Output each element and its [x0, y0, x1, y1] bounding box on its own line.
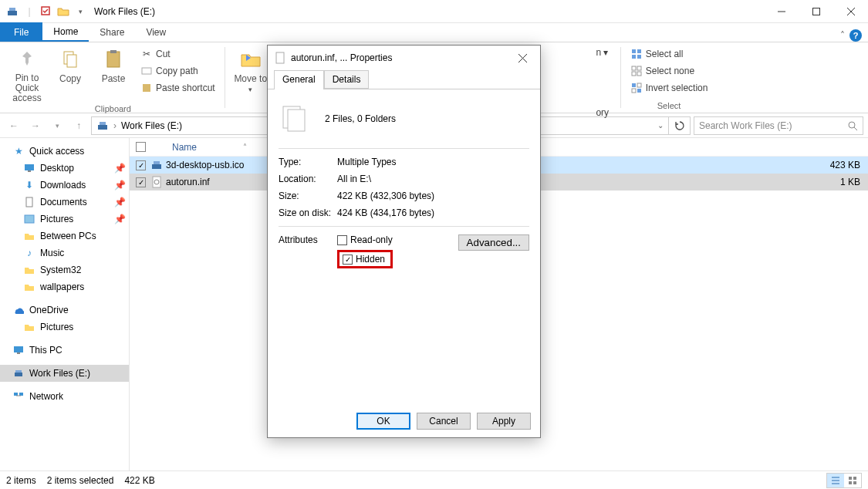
qat-folder-icon[interactable]: [56, 4, 71, 19]
invert-selection-button[interactable]: Invert selection: [627, 79, 711, 96]
svg-rect-50: [853, 481, 856, 484]
dialog-tabs: General Details: [268, 70, 540, 89]
svg-rect-31: [26, 197, 32, 207]
svg-rect-11: [142, 68, 151, 74]
nav-downloads[interactable]: ⬇Downloads📌: [0, 177, 129, 194]
advanced-button[interactable]: Advanced...: [458, 234, 529, 251]
cut-button[interactable]: ✂Cut: [137, 46, 218, 62]
address-dropdown-icon[interactable]: ⌄: [657, 121, 664, 130]
select-none-button[interactable]: Select none: [627, 62, 711, 79]
svg-rect-55: [288, 110, 305, 131]
search-input[interactable]: Search Work Files (E:): [694, 116, 863, 135]
qat-properties-icon[interactable]: [39, 4, 54, 19]
select-none-icon: [630, 65, 643, 77]
tab-file[interactable]: File: [0, 22, 42, 42]
dialog-tab-general[interactable]: General: [274, 70, 324, 89]
nav-pictures[interactable]: Pictures📌: [0, 211, 129, 228]
status-selected-count: 2 items selected: [47, 475, 114, 486]
select-all-icon: [630, 48, 643, 60]
hidden-checkbox[interactable]: ✓Hidden: [343, 254, 385, 265]
open-dropdown[interactable]: n ▾: [593, 44, 611, 61]
nav-back-button[interactable]: ←: [5, 116, 23, 135]
network-icon: [12, 390, 25, 403]
maximize-button[interactable]: [799, 0, 833, 22]
pin-to-quick-access-button[interactable]: Pin to Quick access: [8, 44, 46, 104]
select-all-checkbox[interactable]: [136, 142, 146, 152]
nav-onedrive[interactable]: OneDrive: [0, 302, 129, 319]
nav-onedrive-pictures[interactable]: Pictures: [0, 319, 129, 336]
nav-documents[interactable]: Documents📌: [0, 194, 129, 211]
history-button[interactable]: ory: [593, 104, 612, 121]
nav-work-files[interactable]: Work Files (E:): [0, 365, 129, 382]
svg-rect-29: [25, 164, 34, 170]
downloads-icon: ⬇: [23, 179, 35, 191]
view-details-button[interactable]: [827, 474, 844, 487]
attributes-label: Attributes: [279, 234, 337, 245]
ok-button[interactable]: OK: [356, 413, 410, 430]
view-thumbnails-button[interactable]: [844, 474, 861, 487]
file-name: 3d-desktop-usb.ico: [166, 160, 244, 170]
breadcrumb-chevron-icon[interactable]: ›: [113, 120, 117, 131]
nav-forward-button[interactable]: →: [26, 116, 45, 135]
svg-rect-1: [9, 8, 15, 11]
tab-view[interactable]: View: [135, 22, 177, 42]
svg-rect-38: [19, 393, 23, 396]
apply-button[interactable]: Apply: [477, 413, 531, 430]
svg-rect-26: [100, 122, 106, 125]
nav-between-pcs[interactable]: Between PCs: [0, 228, 129, 244]
hidden-highlight: ✓Hidden: [337, 250, 393, 268]
close-button[interactable]: [833, 0, 868, 22]
row-checkbox[interactable]: ✓: [136, 160, 146, 170]
nav-up-button[interactable]: ↑: [69, 116, 88, 135]
tab-home[interactable]: Home: [42, 22, 89, 42]
paste-shortcut-button[interactable]: Paste shortcut: [137, 79, 218, 96]
app-icon: [5, 4, 20, 19]
qat-dropdown-icon[interactable]: ▾: [73, 4, 88, 19]
dialog-title-bar[interactable]: autorun.inf, ... Properties: [268, 46, 540, 70]
files-folders-summary: 2 Files, 0 Folders: [325, 113, 396, 124]
nav-wallpapers[interactable]: wallpapers: [0, 278, 129, 295]
move-to-button[interactable]: Move to▾: [231, 44, 270, 93]
size-on-disk-label: Size on disk:: [279, 207, 337, 218]
navigation-pane[interactable]: ★Quick access Desktop📌 ⬇Downloads📌 Docum…: [0, 138, 130, 484]
ribbon-collapse-icon[interactable]: ˄: [840, 30, 845, 41]
svg-rect-25: [98, 125, 107, 130]
this-pc-icon: [12, 344, 25, 356]
move-to-icon: [238, 47, 263, 72]
svg-rect-49: [849, 481, 852, 484]
minimize-button[interactable]: [764, 0, 799, 22]
drive-icon: [96, 120, 109, 132]
cancel-button[interactable]: Cancel: [417, 413, 471, 430]
type-value: Multiple Types: [337, 157, 396, 167]
documents-icon: [23, 196, 35, 208]
qat-separator: |: [22, 4, 37, 19]
copy-path-button[interactable]: Copy path: [137, 62, 218, 79]
select-all-button[interactable]: Select all: [627, 46, 711, 62]
paste-icon: [101, 47, 126, 72]
paste-button[interactable]: Paste: [94, 44, 133, 84]
refresh-button[interactable]: [669, 116, 691, 135]
nav-this-pc[interactable]: This PC: [0, 342, 129, 359]
tab-share[interactable]: Share: [89, 22, 135, 42]
help-icon[interactable]: ?: [849, 29, 862, 42]
nav-music[interactable]: ♪Music: [0, 244, 129, 261]
svg-rect-35: [15, 373, 22, 376]
readonly-checkbox[interactable]: Read-only: [337, 234, 393, 245]
row-checkbox[interactable]: ✓: [136, 177, 146, 187]
svg-rect-37: [14, 393, 18, 396]
svg-rect-20: [637, 72, 641, 76]
dialog-tab-details[interactable]: Details: [324, 70, 370, 89]
nav-system32[interactable]: System32: [0, 261, 129, 278]
nav-recent-button[interactable]: ▾: [48, 116, 66, 135]
nav-desktop[interactable]: Desktop📌: [0, 160, 129, 177]
breadcrumb-segment[interactable]: Work Files (E:): [121, 120, 182, 131]
dialog-close-button[interactable]: [511, 46, 534, 69]
copy-button[interactable]: Copy: [51, 44, 90, 84]
column-name[interactable]: Name: [172, 142, 197, 153]
svg-rect-48: [853, 477, 856, 480]
nav-quick-access[interactable]: ★Quick access: [0, 143, 129, 160]
svg-rect-22: [637, 83, 641, 87]
svg-rect-0: [8, 11, 17, 15]
pin-icon: 📌: [114, 180, 126, 191]
nav-network[interactable]: Network: [0, 388, 129, 405]
